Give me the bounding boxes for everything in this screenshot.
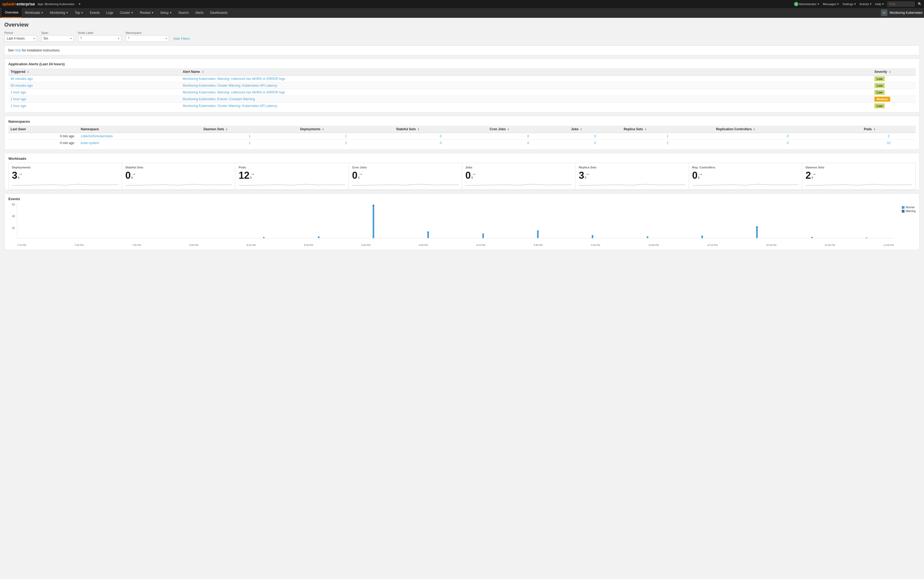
triggered-col-header[interactable]: Triggered ⇕ xyxy=(8,68,181,75)
jobs-link[interactable]: 0 xyxy=(571,134,619,138)
namespace-link[interactable]: collectorforkubernetes xyxy=(81,134,113,138)
triggered-link[interactable]: 46 minutes ago xyxy=(11,77,33,81)
stateful_sets-link[interactable]: 0 xyxy=(396,141,485,145)
daemon_sets-link[interactable]: 1 xyxy=(203,134,296,138)
nav-workloads[interactable]: Workloads ▼ xyxy=(22,8,47,18)
x-label: 7:30 PM xyxy=(74,244,84,247)
x-label: 9:15 PM xyxy=(476,244,486,247)
sparkline xyxy=(805,182,912,187)
namespace-select[interactable]: * xyxy=(126,35,169,42)
ns-col-header[interactable]: Deployments ⇕ xyxy=(298,126,394,133)
period-select[interactable]: Last 4 hours xyxy=(4,35,37,42)
ns-col-header[interactable]: Jobs ⇕ xyxy=(569,126,621,133)
messages-menu[interactable]: Messages ▼ xyxy=(823,2,839,6)
workload-item[interactable]: Cron Jobs0→0 xyxy=(349,163,462,190)
nav-overview[interactable]: Overview xyxy=(2,8,22,18)
alert-name-link[interactable]: Monitoring Kubernetes: Warning: collecto… xyxy=(183,77,285,81)
triggered-cell[interactable]: 1 hour ago xyxy=(8,103,181,110)
nav-setup[interactable]: Setup ▼ xyxy=(157,8,175,18)
stateful_sets-link[interactable]: 0 xyxy=(396,134,485,138)
nav-cluster[interactable]: Cluster ▼ xyxy=(116,8,136,18)
triggered-cell[interactable]: 46 minutes ago xyxy=(8,75,181,82)
nav-review[interactable]: Review ▼ xyxy=(136,8,157,18)
workload-item[interactable]: Daemon Sets2→0 xyxy=(802,163,916,190)
namespace-link[interactable]: kube-system xyxy=(81,141,99,145)
bar-group xyxy=(236,203,291,238)
y-label: 60 xyxy=(12,203,15,206)
nav-events[interactable]: Events xyxy=(87,8,103,18)
ns-col-header[interactable]: Cron Jobs ⇕ xyxy=(487,126,569,133)
workload-item[interactable]: Replica Sets3→0 xyxy=(576,163,689,190)
ns-col-header[interactable]: Pods ⇕ xyxy=(862,126,916,133)
ns-col-header[interactable]: Daemon Sets ⇕ xyxy=(201,126,298,133)
replica_sets-link[interactable]: 1 xyxy=(624,134,712,138)
activity-menu[interactable]: Activity ▼ xyxy=(860,2,872,6)
find-input[interactable] xyxy=(888,2,914,7)
sparkline xyxy=(466,182,572,187)
nav-monitoring[interactable]: Monitoring ▼ xyxy=(47,8,72,18)
triggered-cell[interactable]: 1 hour ago xyxy=(8,89,181,96)
ns-col-header[interactable]: Replication Controllers ⇕ xyxy=(714,126,862,133)
nav-alerts[interactable]: Alerts xyxy=(192,8,207,18)
nav-search[interactable]: Search xyxy=(175,8,192,18)
sort-icon: ⇕ xyxy=(579,128,582,131)
alert-name-link[interactable]: Monitoring Kubernetes: Cluster Warning: … xyxy=(183,84,277,87)
alert-name-link[interactable]: Monitoring Kubernetes: Cluster Warning: … xyxy=(183,104,277,108)
alerts-title: Application Alerts (Last 24 hours) xyxy=(8,62,916,66)
ns-col-header[interactable]: Replica Sets ⇕ xyxy=(621,126,714,133)
sort-icon: ⇕ xyxy=(873,128,875,131)
workload-item[interactable]: Rep. Controllers0→0 xyxy=(689,163,802,190)
workload-item[interactable]: Pods12→0 xyxy=(235,163,349,190)
workload-label: Rep. Controllers xyxy=(692,166,799,169)
workload-value: 2→0 xyxy=(805,171,912,180)
nav-logs[interactable]: Logs xyxy=(103,8,116,18)
chevron-down-icon: ▼ xyxy=(870,3,872,5)
workloads-section: Workloads Deployments3→0Stateful Sets0→0… xyxy=(4,153,920,190)
workload-item[interactable]: Jobs0→0 xyxy=(462,163,576,190)
workload-number: 3 xyxy=(12,171,17,180)
bar-group xyxy=(127,203,182,238)
pods-link[interactable]: 10 xyxy=(864,141,913,145)
triggered-cell[interactable]: 1 hour ago xyxy=(8,96,181,103)
app-name[interactable]: App: Monitoring Kubernetes xyxy=(38,2,74,6)
alert-name-link[interactable]: Monitoring Kubernetes: Warning: collecto… xyxy=(183,90,285,94)
settings-menu[interactable]: Settings ▼ xyxy=(842,2,856,6)
replica_sets-link[interactable]: 2 xyxy=(624,141,712,145)
node-select[interactable]: * xyxy=(78,35,121,42)
jobs-link[interactable]: 0 xyxy=(571,141,619,145)
period-select-wrap: Last 4 hours xyxy=(4,35,37,42)
replication_controllers-link[interactable]: 0 xyxy=(716,134,860,138)
legend-color xyxy=(902,210,904,213)
daemon_sets-link[interactable]: 1 xyxy=(203,141,296,145)
info-text-before: See xyxy=(8,49,15,52)
admin-menu[interactable]: A Administrator ▼ xyxy=(794,2,819,6)
deployments-link[interactable]: 1 xyxy=(300,134,392,138)
splunk-logo: splunk>enterprise xyxy=(2,2,35,6)
ns-col-header[interactable]: Stateful Sets ⇕ xyxy=(394,126,487,133)
triggered-link[interactable]: 1 hour ago xyxy=(11,104,26,108)
hide-filters-button[interactable]: Hide Filters xyxy=(173,36,190,42)
triggered-link[interactable]: 1 hour ago xyxy=(11,97,26,101)
workload-item[interactable]: Deployments3→0 xyxy=(9,163,122,190)
triggered-link[interactable]: 1 hour ago xyxy=(11,90,26,94)
x-label: 9:30 PM xyxy=(534,244,543,247)
pods-link[interactable]: 2 xyxy=(864,134,913,138)
triggered-link[interactable]: 58 minutes ago xyxy=(11,84,33,87)
ns-col-header[interactable]: Namespace xyxy=(78,126,201,133)
workload-item[interactable]: Stateful Sets0→0 xyxy=(122,163,235,190)
help-link[interactable]: Help xyxy=(15,49,21,52)
triggered-cell[interactable]: 58 minutes ago xyxy=(8,82,181,89)
alertname-col-header[interactable]: Alert Name ⇕ xyxy=(181,68,872,75)
replication_controllers-link[interactable]: 0 xyxy=(716,141,860,145)
span-select[interactable]: 5m xyxy=(41,35,74,42)
ns-col-header[interactable]: Last Seen xyxy=(8,126,78,133)
severity-col-header[interactable]: Severity ⇕ xyxy=(872,68,916,75)
nav-top[interactable]: Top ▼ xyxy=(72,8,87,18)
cron_jobs-link[interactable]: 0 xyxy=(490,134,566,138)
nav-dashboards[interactable]: Dashboards xyxy=(207,8,231,18)
sort-icon: ⇕ xyxy=(417,128,419,131)
alert-name-link[interactable]: Monitoring Kubernetes: Events: Constant … xyxy=(183,97,255,101)
deployments-link[interactable]: 2 xyxy=(300,141,392,145)
help-menu[interactable]: Help ▼ xyxy=(875,2,884,6)
cron_jobs-link[interactable]: 0 xyxy=(490,141,566,145)
